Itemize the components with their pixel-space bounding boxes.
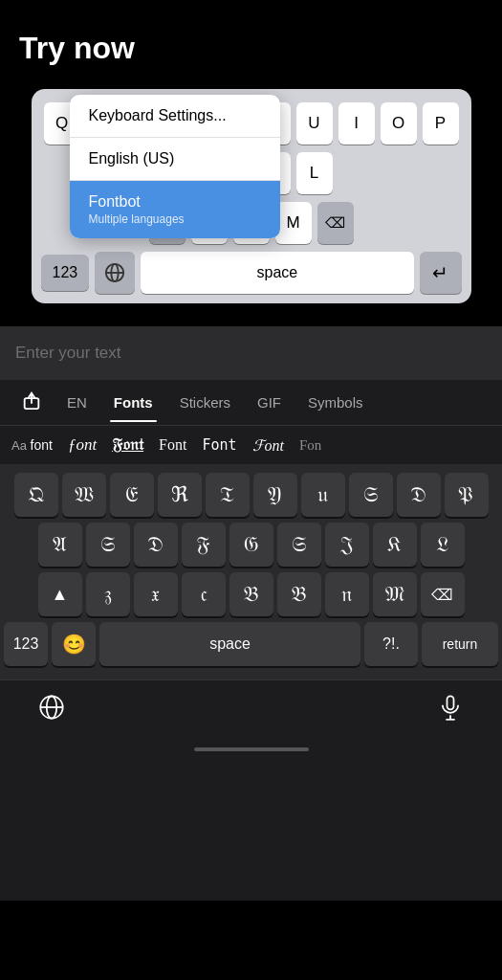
home-indicator: [0, 740, 502, 763]
share-icon[interactable]: [10, 380, 54, 425]
gothic-key-s[interactable]: 𝔖: [86, 523, 130, 567]
toolbar: EN Fonts Stickers GIF Symbols: [0, 380, 502, 426]
gothic-key-t[interactable]: 𝔗: [206, 473, 250, 517]
kb-num-key[interactable]: 123: [41, 255, 90, 291]
context-menu-english[interactable]: English (US): [70, 138, 280, 181]
kb-bottom-row: 123 space ↵: [41, 252, 462, 294]
context-menu-fontbot[interactable]: Fontbot Multiple languages: [70, 181, 280, 238]
gothic-key-h[interactable]: 𝔖: [277, 523, 321, 567]
gothic-key-s2[interactable]: 𝔖: [349, 473, 393, 517]
kb-key-l[interactable]: L: [296, 152, 333, 194]
gothic-key-y[interactable]: 𝔜: [253, 473, 297, 517]
gothic-key-b1[interactable]: 𝔅: [229, 572, 273, 616]
gothic-row-2: 𝔄 𝔖 𝔇 𝔉 𝔊 𝔖 𝔍 𝔎 𝔏: [4, 523, 498, 567]
gothic-key-m[interactable]: 𝔐: [373, 572, 417, 616]
gothic-emoji-key[interactable]: 😊: [52, 622, 96, 666]
gothic-shift-key[interactable]: ▲: [38, 572, 82, 616]
text-input-area[interactable]: Enter your text: [0, 326, 502, 380]
font-preview-cursive[interactable]: ℱont: [252, 436, 284, 455]
kb-key-m[interactable]: M: [275, 202, 312, 244]
gothic-key-k[interactable]: 𝔎: [373, 523, 417, 567]
gothic-key-z[interactable]: 𝔷: [86, 572, 130, 616]
gothic-key-u[interactable]: 𝔲: [301, 473, 345, 517]
keyboard-top-rows: Q W E R T Y U I O P Keyboard Settings...…: [41, 102, 462, 294]
gothic-key-l[interactable]: 𝔏: [421, 523, 465, 567]
kb-globe-key[interactable]: [95, 252, 135, 294]
tab-symbols[interactable]: Symbols: [295, 383, 377, 422]
kb-key-i[interactable]: I: [338, 102, 375, 145]
home-indicator-bar: [194, 747, 309, 751]
kb-space-key[interactable]: space: [141, 252, 413, 294]
page-title: Try now: [19, 31, 483, 66]
gothic-key-p[interactable]: 𝔓: [445, 473, 489, 517]
app-section: Enter your text EN Fonts Stickers GIF Sy…: [0, 326, 502, 901]
gothic-key-w[interactable]: 𝔚: [62, 473, 106, 517]
font-preview-mono[interactable]: Font: [202, 436, 236, 454]
tab-stickers[interactable]: Stickers: [166, 383, 244, 422]
kb-return-key[interactable]: ↵: [420, 252, 462, 294]
gothic-num-key[interactable]: 123: [4, 622, 48, 666]
gothic-delete-key[interactable]: ⌫: [421, 572, 465, 616]
gothic-key-q[interactable]: 𝔔: [14, 473, 58, 517]
gothic-key-r[interactable]: ℜ: [158, 473, 202, 517]
tab-fonts[interactable]: Fonts: [100, 383, 166, 422]
font-preview-normal[interactable]: Aa font: [11, 437, 53, 453]
gothic-key-f[interactable]: 𝔉: [182, 523, 226, 567]
gothic-key-d[interactable]: 𝔇: [134, 523, 178, 567]
context-menu: Keyboard Settings... English (US) Fontbo…: [70, 95, 280, 238]
gothic-keyboard: 𝔔 𝔚 𝔈 ℜ 𝔗 𝔜 𝔲 𝔖 𝔇 𝔓 𝔄 𝔖 𝔇 𝔉 𝔊 𝔖 𝔍 𝔎 𝔏: [0, 465, 502, 679]
svg-rect-8: [447, 696, 454, 709]
globe-icon[interactable]: [38, 694, 65, 726]
tab-en[interactable]: EN: [54, 383, 100, 422]
font-preview-row: Aa font ƒont 𝔉𝔬𝔫𝔱 Font Font ℱont Fon: [0, 426, 502, 465]
gothic-key-e[interactable]: 𝔈: [110, 473, 154, 517]
kb-key-u[interactable]: U: [296, 102, 333, 145]
gothic-key-g[interactable]: 𝔊: [229, 523, 273, 567]
bottom-bar: [0, 679, 502, 740]
gothic-punct-key[interactable]: ?!.: [364, 622, 418, 666]
context-menu-keyboard-settings[interactable]: Keyboard Settings...: [70, 95, 280, 138]
kb-key-delete[interactable]: ⌫: [317, 202, 354, 244]
top-section: Try now Q W E R T Y U I O P Keyboard Set…: [0, 0, 502, 326]
microphone-icon[interactable]: [437, 694, 464, 726]
font-preview-serif[interactable]: Font: [159, 436, 186, 454]
gothic-key-n[interactable]: 𝔫: [325, 572, 369, 616]
keyboard-preview-card: Q W E R T Y U I O P Keyboard Settings...…: [32, 89, 471, 303]
gothic-row-1: 𝔔 𝔚 𝔈 ℜ 𝔗 𝔜 𝔲 𝔖 𝔇 𝔓: [4, 473, 498, 517]
kb-key-p[interactable]: P: [423, 102, 459, 145]
font-preview-gothic[interactable]: 𝔉𝔬𝔫𝔱: [112, 435, 143, 455]
font-preview-faded[interactable]: Fon: [299, 437, 321, 454]
tab-gif[interactable]: GIF: [244, 383, 295, 422]
font-preview-serif-italic[interactable]: ƒont: [68, 435, 97, 455]
gothic-key-a[interactable]: 𝔄: [38, 523, 82, 567]
text-input-placeholder: Enter your text: [15, 344, 487, 363]
gothic-key-d2[interactable]: 𝔇: [397, 473, 441, 517]
gothic-return-key[interactable]: return: [422, 622, 498, 666]
kb-key-o[interactable]: O: [381, 102, 417, 145]
gothic-key-j[interactable]: 𝔍: [325, 523, 369, 567]
gothic-key-c[interactable]: 𝔠: [182, 572, 226, 616]
gothic-row-3: ▲ 𝔷 𝔵 𝔠 𝔅 𝔅 𝔫 𝔐 ⌫: [4, 572, 498, 616]
gothic-key-x[interactable]: 𝔵: [134, 572, 178, 616]
gothic-key-b2[interactable]: 𝔅: [277, 572, 321, 616]
gothic-bottom-row: 123 😊 space ?!. return: [4, 622, 498, 666]
gothic-space-key[interactable]: space: [99, 622, 360, 666]
